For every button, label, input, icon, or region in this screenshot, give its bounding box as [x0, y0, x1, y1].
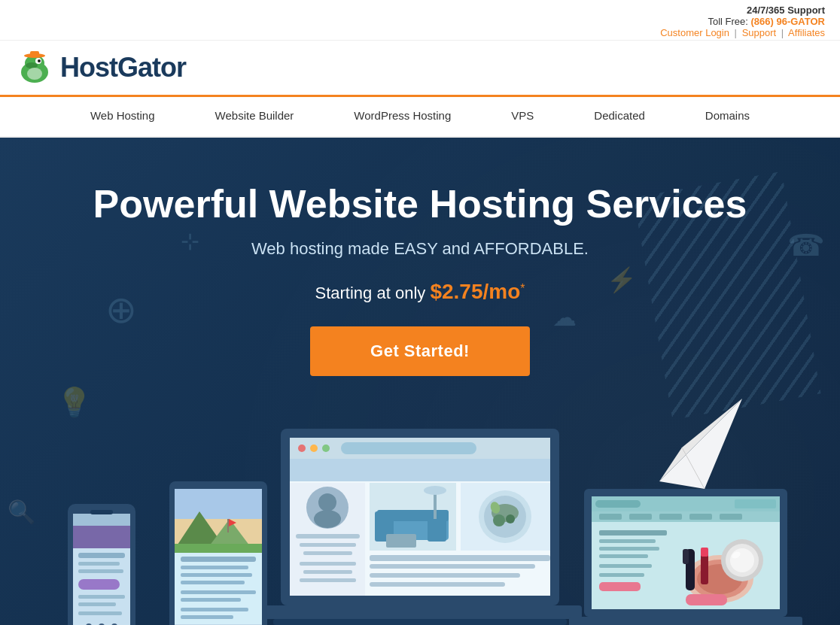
- svg-rect-77: [599, 530, 667, 535]
- svg-rect-14: [273, 619, 567, 625]
- svg-point-7: [27, 68, 42, 80]
- nav-link-vps[interactable]: VPS: [481, 97, 564, 136]
- svg-rect-93: [181, 557, 256, 562]
- nav-link-domains[interactable]: Domains: [675, 97, 780, 136]
- svg-point-25: [314, 510, 341, 528]
- tollfree-label: Toll Free:: [708, 16, 747, 27]
- svg-rect-47: [370, 555, 550, 561]
- svg-rect-110: [78, 579, 120, 590]
- svg-rect-71: [701, 548, 708, 557]
- customer-login-link[interactable]: Customer Login: [660, 27, 729, 38]
- svg-rect-92: [175, 544, 262, 553]
- svg-point-44: [493, 514, 505, 526]
- top-bar: 24/7/365 Support Toll Free: (866) 96-GAT…: [0, 0, 840, 41]
- svg-point-17: [310, 444, 318, 452]
- svg-point-24: [318, 493, 336, 511]
- hero-price-line: Starting at only $2.75/mo*: [315, 280, 525, 304]
- svg-rect-100: [181, 615, 233, 619]
- logo-text: HostGator: [60, 52, 186, 83]
- svg-rect-108: [78, 562, 120, 566]
- svg-rect-96: [181, 581, 245, 584]
- svg-rect-63: [720, 514, 742, 520]
- svg-rect-98: [181, 598, 241, 602]
- nav-link-wordpress[interactable]: WordPress Hosting: [324, 97, 481, 136]
- svg-point-3: [38, 59, 41, 62]
- svg-rect-61: [659, 514, 682, 520]
- top-links: Customer Login | Support | Affiliates: [15, 27, 825, 38]
- nav-link-website-builder[interactable]: Website Builder: [185, 97, 324, 136]
- svg-rect-30: [303, 570, 352, 574]
- svg-rect-57: [735, 499, 776, 508]
- svg-rect-21: [290, 459, 550, 481]
- toll-free-line: Toll Free: (866) 96-GATOR: [15, 16, 825, 27]
- price-prefix: Starting at only: [315, 284, 426, 302]
- support-text: 24/7/365 Support: [747, 5, 825, 16]
- svg-marker-8: [659, 399, 742, 489]
- svg-rect-76: [686, 594, 727, 605]
- svg-rect-80: [599, 554, 648, 558]
- support-link[interactable]: Support: [742, 27, 777, 38]
- svg-rect-39: [386, 534, 416, 548]
- branch-icon: ⊹: [181, 228, 199, 254]
- nav-item-vps: VPS: [481, 97, 564, 136]
- svg-rect-60: [629, 514, 652, 520]
- svg-rect-49: [370, 573, 520, 578]
- svg-rect-107: [78, 553, 125, 558]
- nav-link-dedicated[interactable]: Dedicated: [564, 97, 675, 136]
- phone-number[interactable]: (866) 96-GATOR: [751, 16, 826, 27]
- svg-rect-50: [370, 582, 505, 587]
- nav-item-web-hosting: Web Hosting: [60, 97, 185, 136]
- globe-icon: ⊕: [105, 288, 137, 332]
- price-asterisk: *: [520, 282, 525, 295]
- logo-link[interactable]: HostGator: [15, 48, 186, 87]
- paper-airplane-icon: [652, 391, 750, 489]
- svg-point-38: [424, 486, 446, 495]
- main-laptop: [258, 429, 582, 625]
- svg-point-74: [730, 548, 754, 572]
- svg-rect-13: [258, 605, 582, 619]
- phone-deco-icon: ☎: [787, 228, 825, 262]
- svg-point-4: [26, 62, 38, 68]
- get-started-button[interactable]: Get Started!: [310, 326, 530, 376]
- svg-rect-56: [595, 500, 641, 508]
- tablet-device: [166, 481, 271, 625]
- svg-rect-112: [78, 602, 116, 606]
- svg-rect-99: [181, 608, 248, 611]
- svg-point-45: [506, 514, 515, 523]
- svg-rect-111: [78, 595, 125, 599]
- svg-rect-109: [78, 569, 123, 573]
- svg-rect-31: [300, 578, 356, 582]
- nav-item-website-builder: Website Builder: [185, 97, 324, 136]
- hero-price: $2.75/mo: [430, 280, 520, 303]
- nav-list: Web Hosting Website Builder WordPress Ho…: [0, 97, 840, 136]
- lightning-icon: ⚡: [607, 265, 637, 294]
- svg-rect-78: [599, 539, 656, 543]
- svg-rect-118: [90, 510, 113, 514]
- svg-rect-36: [377, 510, 449, 521]
- affiliates-link[interactable]: Affiliates: [788, 27, 825, 38]
- svg-rect-6: [30, 51, 39, 56]
- nav-link-web-hosting[interactable]: Web Hosting: [60, 97, 185, 136]
- svg-rect-27: [300, 543, 356, 547]
- svg-rect-87: [175, 489, 262, 519]
- svg-point-16: [298, 444, 306, 452]
- svg-rect-113: [78, 611, 122, 615]
- svg-rect-90: [227, 519, 229, 532]
- main-nav: Web Hosting Website Builder WordPress Ho…: [0, 97, 840, 138]
- svg-rect-69: [683, 549, 689, 564]
- cloud-icon: ☁: [552, 303, 577, 332]
- svg-rect-19: [341, 442, 476, 454]
- svg-rect-83: [599, 582, 641, 591]
- svg-rect-105: [73, 514, 130, 526]
- svg-rect-29: [300, 562, 356, 566]
- svg-rect-26: [296, 534, 360, 539]
- logo-gator-icon: [15, 48, 54, 87]
- svg-rect-94: [181, 566, 248, 569]
- support-line: 24/7/365 Support: [15, 5, 825, 16]
- svg-rect-48: [370, 564, 535, 569]
- nav-item-dedicated: Dedicated: [564, 97, 675, 136]
- hero-subtitle: Web hosting made EASY and AFFORDABLE.: [251, 239, 589, 259]
- right-laptop: [569, 489, 802, 625]
- devices-illustration: [15, 406, 825, 625]
- header: HostGator: [0, 41, 840, 97]
